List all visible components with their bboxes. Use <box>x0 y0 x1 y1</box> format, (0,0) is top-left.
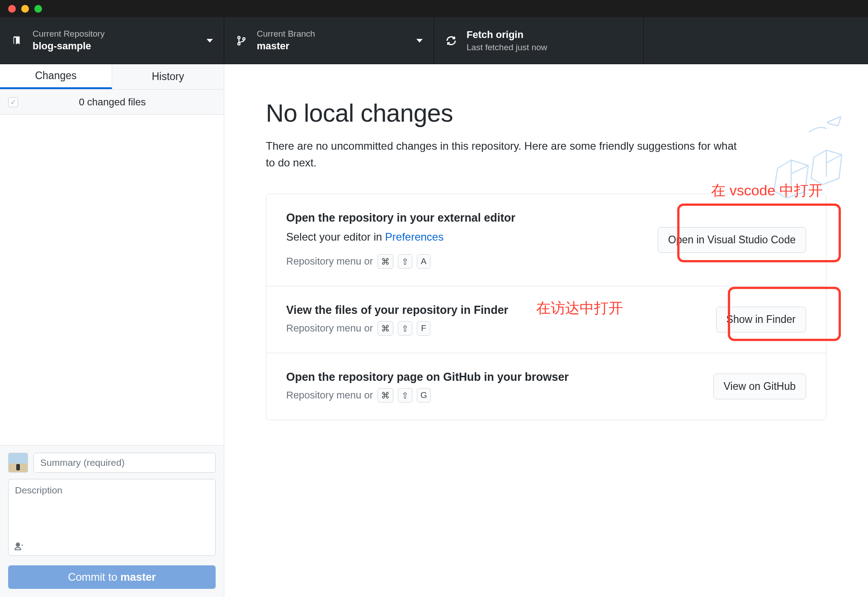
minimize-window-button[interactable] <box>21 5 29 13</box>
branch-switcher[interactable]: Current Branch master <box>224 17 434 64</box>
repo-switcher[interactable]: Current Repository blog-sample <box>0 17 224 64</box>
card-hint: Repository menu or ⌘ ⇧ A <box>286 254 644 269</box>
page-title: No local changes <box>266 99 826 128</box>
fetch-label: Fetch origin <box>467 28 547 42</box>
avatar <box>8 453 28 473</box>
open-vscode-button[interactable]: Open in Visual Studio Code <box>658 227 806 253</box>
card-show-finder: View the files of your repository in Fin… <box>266 286 826 353</box>
sidebar: Changes History ✓ 0 changed files Commit… <box>0 64 224 597</box>
fetch-sublabel: Last fetched just now <box>467 42 547 53</box>
svg-point-2 <box>243 38 245 40</box>
kbd: ⇧ <box>398 388 412 403</box>
card-open-editor: Open the repository in your external edi… <box>266 194 826 286</box>
tab-changes[interactable]: Changes <box>0 64 112 89</box>
kbd: ⇧ <box>398 254 412 269</box>
card-hint: Repository menu or ⌘ ⇧ F <box>286 321 703 336</box>
branch-name: master <box>257 39 315 53</box>
branch-label: Current Branch <box>257 28 315 40</box>
close-window-button[interactable] <box>8 5 16 13</box>
sync-icon <box>445 35 458 46</box>
card-text: Select your editor in Preferences <box>286 229 644 245</box>
svg-point-0 <box>238 36 240 38</box>
commit-summary-input[interactable] <box>33 453 216 473</box>
fetch-origin-button[interactable]: Fetch origin Last fetched just now <box>434 17 644 64</box>
kbd: ⌘ <box>377 254 393 269</box>
kbd: A <box>417 254 430 269</box>
toolbar: Current Repository blog-sample Current B… <box>0 17 868 64</box>
card-title: Open the repository in your external edi… <box>286 211 644 224</box>
main: Changes History ✓ 0 changed files Commit… <box>0 64 868 597</box>
chevron-down-icon <box>416 39 423 43</box>
add-coauthor-icon[interactable] <box>14 542 24 554</box>
card-view-github: Open the repository page on GitHub in yo… <box>266 353 826 420</box>
commit-description-input[interactable] <box>8 479 216 556</box>
tab-history[interactable]: History <box>112 64 224 89</box>
content: No local changes There are no uncommitte… <box>224 64 868 597</box>
svg-point-3 <box>17 543 19 546</box>
card-hint: Repository menu or ⌘ ⇧ G <box>286 388 700 403</box>
commit-button-branch: master <box>120 571 156 583</box>
card-title: View the files of your repository in Fin… <box>286 303 703 317</box>
show-finder-button[interactable]: Show in Finder <box>716 307 806 332</box>
card-title: Open the repository page on GitHub in yo… <box>286 370 700 384</box>
kbd: ⌘ <box>377 388 393 403</box>
suggestion-cards: Open the repository in your external edi… <box>266 194 826 420</box>
commit-button[interactable]: Commit to master <box>8 565 216 589</box>
kbd: ⌘ <box>377 321 393 336</box>
changes-header: ✓ 0 changed files <box>0 90 224 115</box>
preferences-link[interactable]: Preferences <box>385 231 443 243</box>
maximize-window-button[interactable] <box>34 5 42 13</box>
kbd: F <box>417 321 430 336</box>
kbd: ⇧ <box>398 321 412 336</box>
titlebar <box>0 0 868 17</box>
page-lead: There are no uncommitted changes in this… <box>266 137 745 171</box>
repo-icon <box>11 36 24 46</box>
commit-form: Commit to master <box>0 445 224 597</box>
kbd: G <box>417 388 431 403</box>
sidebar-tabs: Changes History <box>0 64 224 90</box>
chevron-down-icon <box>207 39 213 43</box>
branch-icon <box>235 36 248 46</box>
svg-point-1 <box>238 43 240 45</box>
repo-label: Current Repository <box>33 28 104 40</box>
view-github-button[interactable]: View on GitHub <box>713 374 806 399</box>
repo-name: blog-sample <box>33 39 104 53</box>
changes-list <box>0 115 224 445</box>
commit-button-prefix: Commit to <box>68 571 120 583</box>
changed-files-count: 0 changed files <box>9 96 216 108</box>
